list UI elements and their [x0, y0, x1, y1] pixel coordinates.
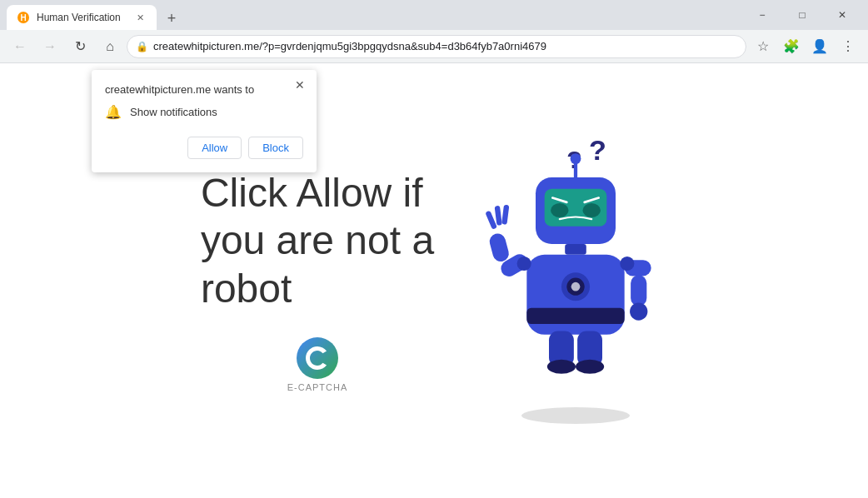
notification-popup: ✕ createwhitpicturen.me wants to 🔔 Show …: [92, 70, 317, 172]
active-tab[interactable]: H Human Verification ✕: [7, 5, 157, 30]
maximize-button[interactable]: □: [783, 2, 821, 28]
svg-point-11: [571, 153, 581, 164]
robot-shadow: [521, 407, 630, 424]
heading-line2: you are not a: [201, 218, 434, 262]
lock-icon: 🔒: [136, 41, 148, 52]
svg-rect-24: [631, 275, 646, 306]
captcha-logo: E-CAPTCHA: [201, 337, 434, 392]
address-text: createwhitpicturen.me/?p=gvrdenjqmu5gi3b…: [153, 40, 737, 52]
svg-point-26: [620, 256, 634, 271]
svg-rect-19: [488, 232, 511, 263]
tab-close-button[interactable]: ✕: [133, 11, 147, 24]
svg-line-21: [497, 208, 499, 222]
new-tab-button[interactable]: +: [160, 7, 183, 30]
close-button[interactable]: ✕: [823, 2, 861, 28]
popup-actions: Allow Block: [105, 137, 303, 159]
tab-favicon: H: [17, 11, 30, 24]
title-bar: H Human Verification ✕ + − □ ✕: [0, 0, 868, 30]
toolbar-actions: ☆ 🧩 👤 ⋮: [750, 33, 861, 60]
svg-point-6: [551, 203, 568, 217]
popup-notification-label: Show notifications: [130, 106, 217, 118]
popup-title: createwhitpicturen.me wants to: [105, 83, 303, 96]
svg-point-27: [517, 256, 531, 271]
block-button[interactable]: Block: [248, 137, 303, 159]
bookmark-button[interactable]: ☆: [750, 33, 776, 60]
robot-svg: ? ?: [484, 137, 667, 404]
allow-button[interactable]: Allow: [187, 137, 242, 159]
captcha-label: E-CAPTCHA: [287, 382, 348, 392]
browser-toolbar: ← → ↻ ⌂ 🔒 createwhitpicturen.me/?p=gvrde…: [0, 30, 868, 63]
page-content: ✕ createwhitpicturen.me wants to 🔔 Show …: [0, 63, 868, 498]
svg-rect-14: [526, 308, 624, 324]
extensions-button[interactable]: 🧩: [778, 33, 805, 60]
svg-point-17: [571, 282, 581, 291]
robot-illustration: ? ?: [484, 137, 667, 424]
main-heading: Click Allow if you are not a robot: [201, 169, 434, 313]
svg-point-25: [630, 302, 647, 320]
svg-point-31: [576, 360, 604, 374]
captcha-icon: [297, 337, 338, 379]
window-controls: − □ ✕: [743, 2, 861, 28]
svg-point-7: [583, 203, 601, 217]
reload-button[interactable]: ↻: [67, 33, 93, 60]
back-button[interactable]: ←: [7, 33, 33, 60]
bell-icon: 🔔: [105, 104, 122, 120]
minimize-button[interactable]: −: [743, 2, 781, 28]
svg-text:?: ?: [589, 137, 606, 166]
tab-bar: H Human Verification ✕ +: [7, 0, 740, 30]
chrome-window: H Human Verification ✕ + − □ ✕ ← → ↻ ⌂ 🔒…: [0, 0, 868, 498]
svg-point-30: [547, 360, 576, 374]
menu-button[interactable]: ⋮: [835, 33, 861, 60]
home-button[interactable]: ⌂: [97, 33, 123, 60]
svg-text:H: H: [20, 13, 26, 22]
svg-line-22: [505, 207, 506, 222]
profile-button[interactable]: 👤: [806, 33, 833, 60]
svg-rect-12: [565, 244, 586, 255]
popup-notification-row: 🔔 Show notifications: [105, 104, 303, 120]
forward-button[interactable]: →: [37, 33, 63, 60]
svg-line-20: [489, 214, 494, 227]
heading-line1: Click Allow if: [201, 171, 423, 215]
heading-line3: robot: [201, 266, 292, 311]
tab-title: Human Verification: [37, 12, 127, 23]
text-section: Click Allow if you are not a robot E-CAP…: [201, 169, 434, 393]
popup-close-button[interactable]: ✕: [292, 77, 308, 93]
address-bar[interactable]: 🔒 createwhitpicturen.me/?p=gvrdenjqmu5gi…: [127, 35, 746, 58]
